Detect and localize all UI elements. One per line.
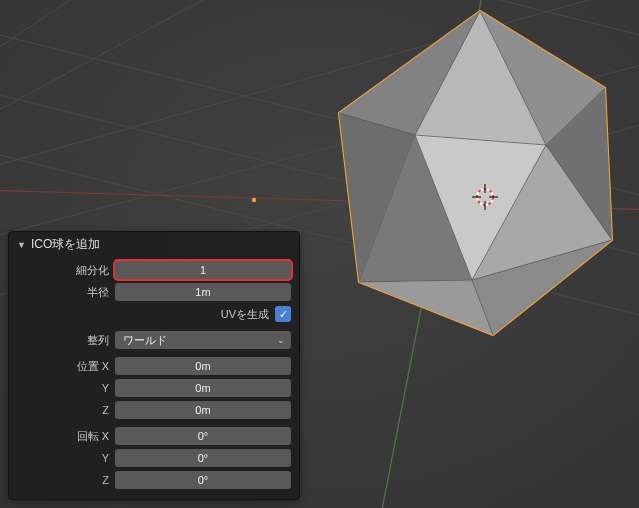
rotation-y-label: Y (17, 452, 109, 464)
location-y-field[interactable]: 0m (115, 379, 291, 397)
rotation-y-field[interactable]: 0° (115, 449, 291, 467)
panel-title: ICO球を追加 (31, 236, 100, 253)
location-x-field[interactable]: 0m (115, 357, 291, 375)
rotation-z-field[interactable]: 0° (115, 471, 291, 489)
generate-uvs-label: UVを生成 (221, 307, 269, 322)
chevron-down-icon: ⌄ (277, 331, 285, 349)
location-y-label: Y (17, 382, 109, 394)
operator-panel: ▼ ICO球を追加 細分化 1 半径 1m UVを生成 ✓ 整列 ワールド ⌄ … (8, 231, 300, 500)
location-z-field[interactable]: 0m (115, 401, 291, 419)
panel-header[interactable]: ▼ ICO球を追加 (9, 232, 299, 257)
rotation-z-label: Z (17, 474, 109, 486)
disclosure-triangle-icon: ▼ (17, 240, 27, 250)
location-x-label: 位置 X (17, 359, 109, 374)
radius-field[interactable]: 1m (115, 283, 291, 301)
align-dropdown[interactable]: ワールド ⌄ (115, 331, 291, 349)
subdivisions-label: 細分化 (17, 263, 109, 278)
panel-body: 細分化 1 半径 1m UVを生成 ✓ 整列 ワールド ⌄ 位置 X 0m Y … (9, 257, 299, 499)
rotation-x-label: 回転 X (17, 429, 109, 444)
align-value: ワールド (123, 334, 167, 346)
radius-label: 半径 (17, 285, 109, 300)
align-label: 整列 (17, 333, 109, 348)
rotation-x-field[interactable]: 0° (115, 427, 291, 445)
generate-uvs-checkbox[interactable]: ✓ (275, 306, 291, 322)
viewport-3d[interactable]: ▼ ICO球を追加 細分化 1 半径 1m UVを生成 ✓ 整列 ワールド ⌄ … (0, 0, 639, 508)
location-z-label: Z (17, 404, 109, 416)
origin-dot (252, 198, 256, 202)
subdivisions-field[interactable]: 1 (115, 261, 291, 279)
